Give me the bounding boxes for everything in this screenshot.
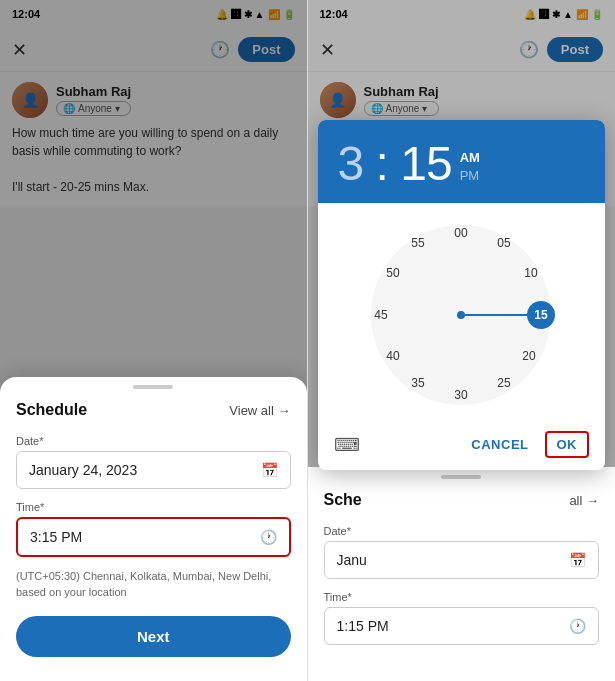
time-value-right: 1:15 PM bbox=[337, 618, 389, 634]
time-picker-header: 3 : 15 AM PM bbox=[318, 120, 606, 203]
time-picker: 3 : 15 AM PM bbox=[318, 120, 606, 470]
time-label-left: Time* bbox=[16, 501, 291, 513]
pm-option[interactable]: PM bbox=[460, 167, 480, 185]
date-value-left: January 24, 2023 bbox=[29, 462, 137, 478]
svg-text:00: 00 bbox=[455, 226, 469, 240]
sheet-header-left: Schedule View all → bbox=[16, 401, 291, 419]
svg-text:20: 20 bbox=[523, 349, 537, 363]
svg-text:40: 40 bbox=[387, 349, 401, 363]
ok-button-picker[interactable]: OK bbox=[545, 431, 590, 458]
svg-text:30: 30 bbox=[455, 388, 469, 402]
calendar-icon-left: 📅 bbox=[261, 462, 278, 478]
date-value-right: Janu bbox=[337, 552, 367, 568]
svg-text:25: 25 bbox=[498, 376, 512, 390]
schedule-sheet-left: Schedule View all → Date* January 24, 20… bbox=[0, 377, 307, 681]
time-input-left[interactable]: 3:15 PM 🕐 bbox=[16, 517, 291, 557]
time-picker-min[interactable]: 15 bbox=[400, 137, 451, 190]
left-panel: 12:04 🔔🅽✱▲📶🔋 ✕ 🕐 Post 👤 Subham Raj 🌐 Any… bbox=[0, 0, 308, 681]
time-picker-hour[interactable]: 3 bbox=[338, 137, 364, 190]
time-picker-sep: : bbox=[376, 137, 388, 190]
time-input-right[interactable]: 1:15 PM 🕐 bbox=[324, 607, 600, 645]
time-picker-display: 3 : 15 bbox=[338, 136, 452, 191]
time-picker-ampm: AM PM bbox=[460, 149, 480, 185]
calendar-icon-right: 📅 bbox=[569, 552, 586, 568]
svg-text:45: 45 bbox=[375, 308, 389, 322]
schedule-sheet-right-partial: Sche all → Date* Janu 📅 Time* 1:15 PM 🕐 bbox=[308, 467, 616, 681]
clock-svg: 00 05 10 15 20 25 30 35 40 bbox=[361, 215, 561, 415]
keyboard-icon[interactable]: ⌨ bbox=[334, 434, 360, 456]
svg-text:35: 35 bbox=[412, 376, 426, 390]
next-button-left[interactable]: Next bbox=[16, 616, 291, 657]
cancel-button-picker[interactable]: CANCEL bbox=[471, 437, 528, 452]
svg-text:55: 55 bbox=[412, 236, 426, 250]
svg-text:15: 15 bbox=[535, 308, 549, 322]
clock-face[interactable]: 00 05 10 15 20 25 30 35 40 bbox=[361, 215, 561, 415]
sheet-header-right-partial: Sche all → bbox=[324, 491, 600, 509]
time-label-right: Time* bbox=[324, 591, 600, 603]
time-value-left: 3:15 PM bbox=[30, 529, 82, 545]
sheet-handle-right bbox=[441, 475, 481, 479]
view-all-right[interactable]: all → bbox=[569, 493, 599, 508]
right-panel: 12:04 🔔🅽✱▲📶🔋 ✕ 🕐 Post 👤 Subham Raj 🌐 Any… bbox=[308, 0, 616, 681]
sheet-title-right: Sche bbox=[324, 491, 362, 509]
view-all-left[interactable]: View all → bbox=[229, 403, 290, 418]
clock-input-icon-right: 🕐 bbox=[569, 618, 586, 634]
date-input-left[interactable]: January 24, 2023 📅 bbox=[16, 451, 291, 489]
picker-actions: ⌨ CANCEL OK bbox=[318, 427, 606, 470]
sheet-title-left: Schedule bbox=[16, 401, 87, 419]
am-option[interactable]: AM bbox=[460, 149, 480, 167]
date-label-right: Date* bbox=[324, 525, 600, 537]
date-label-left: Date* bbox=[16, 435, 291, 447]
date-input-right[interactable]: Janu 📅 bbox=[324, 541, 600, 579]
clock-input-icon-left: 🕐 bbox=[260, 529, 277, 545]
sheet-handle-left bbox=[133, 385, 173, 389]
timezone-text-left: (UTC+05:30) Chennai, Kolkata, Mumbai, Ne… bbox=[16, 569, 291, 600]
clock-face-container: 00 05 10 15 20 25 30 35 40 bbox=[318, 203, 606, 427]
svg-text:05: 05 bbox=[498, 236, 512, 250]
svg-text:50: 50 bbox=[387, 266, 401, 280]
svg-text:10: 10 bbox=[525, 266, 539, 280]
